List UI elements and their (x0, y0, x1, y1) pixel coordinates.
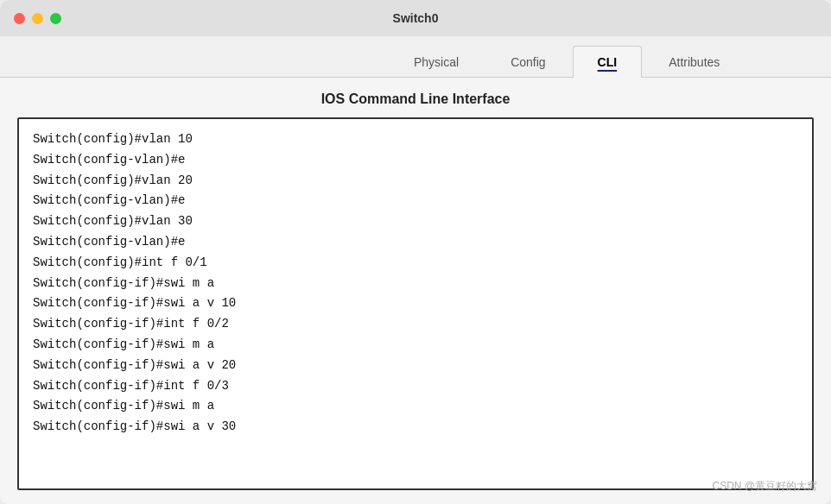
cli-line: Switch(config)#vlan 30 (33, 211, 798, 232)
cli-line: Switch(config-vlan)#e (33, 150, 798, 171)
cli-line: Switch(config-if)#swi m a (33, 396, 798, 417)
cli-line: Switch(config)#int f 0/1 (33, 253, 798, 274)
cli-terminal[interactable]: Switch(config)#vlan 10Switch(config-vlan… (17, 117, 814, 490)
cli-line: Switch(config-if)#swi m a (33, 335, 798, 356)
cli-line: Switch(config)#vlan 10 (33, 129, 798, 150)
tab-config[interactable]: Config (485, 46, 570, 78)
cli-line: Switch(config-vlan)#e (33, 191, 798, 211)
cli-line: Switch(config-if)#swi m a (33, 274, 798, 294)
cli-line: Switch(config-if)#swi a v 20 (33, 356, 798, 376)
cli-line: Switch(config)#vlan 20 (33, 171, 798, 192)
maximize-button[interactable] (50, 13, 61, 24)
cli-line: Switch(config-if)#swi a v 30 (33, 417, 798, 438)
title-bar: Switch0 (0, 0, 831, 36)
section-title: IOS Command Line Interface (17, 91, 814, 107)
cli-line: Switch(config-vlan)#e (33, 232, 798, 253)
tab-bar: Physical Config CLI Attributes (0, 36, 831, 78)
traffic-lights (14, 13, 61, 24)
app-window: Switch0 Physical Config CLI Attributes I… (0, 0, 831, 504)
cli-line: Switch(config-if)#int f 0/3 (33, 376, 798, 397)
tab-attributes[interactable]: Attributes (644, 46, 745, 78)
cli-line: Switch(config-if)#swi a v 10 (33, 293, 798, 314)
close-button[interactable] (14, 13, 25, 24)
cli-line: Switch(config-if)#int f 0/2 (33, 314, 798, 335)
tab-physical[interactable]: Physical (389, 46, 484, 78)
window-title: Switch0 (393, 11, 439, 25)
minimize-button[interactable] (32, 13, 43, 24)
content-area: IOS Command Line Interface Switch(config… (0, 78, 831, 504)
tab-cli[interactable]: CLI (573, 46, 643, 78)
